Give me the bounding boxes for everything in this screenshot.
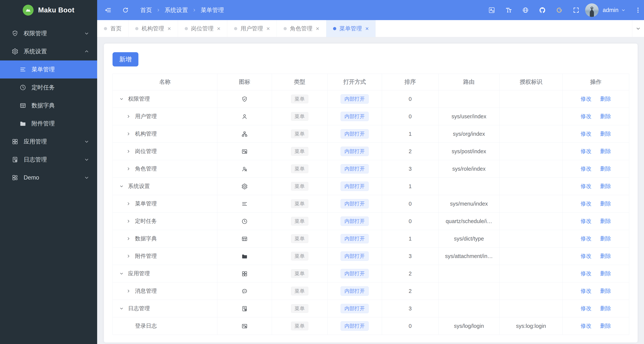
menu-fold-icon[interactable] — [105, 7, 112, 14]
app-logo[interactable]: Maku Boot — [0, 0, 97, 20]
caret-right-icon[interactable] — [126, 289, 135, 293]
edit-link[interactable]: 修改 — [580, 131, 592, 137]
delete-link[interactable]: 删除 — [600, 270, 611, 276]
delete-link[interactable]: 删除 — [600, 166, 611, 172]
caret-down-icon[interactable] — [119, 271, 128, 276]
delete-link[interactable]: 删除 — [600, 253, 611, 259]
avatar[interactable] — [585, 4, 598, 17]
chevron-down-icon — [636, 26, 641, 31]
edit-link[interactable]: 修改 — [580, 235, 592, 241]
sidebar-item[interactable]: 菜单管理 — [0, 61, 97, 79]
edit-link[interactable]: 修改 — [580, 270, 592, 276]
tab-list-dropdown[interactable] — [632, 20, 644, 37]
tab-close-icon[interactable]: × — [168, 26, 171, 32]
caret-right-icon[interactable] — [126, 219, 135, 224]
menu-name: 角色管理 — [135, 165, 157, 173]
tab[interactable]: 用户管理 × — [227, 20, 277, 37]
edit-link[interactable]: 修改 — [580, 148, 592, 154]
app-title: Maku Boot — [38, 6, 74, 14]
breadcrumb-item[interactable]: 系统设置 — [165, 6, 201, 14]
sidebar-item[interactable]: 权限管理 — [0, 25, 97, 43]
delete-link[interactable]: 删除 — [600, 131, 611, 137]
delete-link[interactable]: 删除 — [600, 148, 611, 154]
tab-close-icon[interactable]: × — [217, 26, 220, 32]
delete-link[interactable]: 删除 — [600, 96, 611, 102]
edit-link[interactable]: 修改 — [580, 201, 592, 207]
edit-link[interactable]: 修改 — [580, 305, 592, 311]
menu-name: 日志管理 — [128, 305, 150, 312]
edit-link[interactable]: 修改 — [580, 166, 592, 172]
delete-link[interactable]: 删除 — [600, 183, 611, 189]
caret-down-icon[interactable] — [119, 184, 128, 189]
menu-auth-cell — [500, 230, 562, 247]
delete-link[interactable]: 删除 — [600, 201, 611, 207]
github-icon[interactable] — [539, 7, 546, 14]
caret-right-icon[interactable] — [126, 114, 135, 119]
menu-route-cell — [438, 178, 500, 195]
menu-route-cell: sys/menu/index — [438, 195, 500, 213]
edit-link[interactable]: 修改 — [580, 253, 592, 259]
edit-link[interactable]: 修改 — [580, 183, 592, 189]
breadcrumb: 首页 系统设置 菜单管理 — [140, 6, 224, 14]
user-menu[interactable]: admin — [585, 4, 626, 17]
edit-link[interactable]: 修改 — [580, 96, 592, 102]
menu-icon-cell — [217, 195, 272, 213]
globe-icon[interactable] — [522, 7, 529, 14]
sidebar-item[interactable]: Demo — [0, 169, 97, 187]
tab[interactable]: 首页 — [97, 20, 128, 37]
delete-link[interactable]: 删除 — [600, 218, 611, 224]
menu-open-cell: 内部打开 — [328, 143, 382, 160]
edit-link[interactable]: 修改 — [580, 323, 592, 329]
sidebar-item[interactable]: 数据字典 — [0, 97, 97, 115]
chat-icon — [241, 288, 248, 294]
delete-link[interactable]: 删除 — [600, 113, 611, 119]
sidebar-item[interactable]: 系统设置 — [0, 43, 97, 61]
column-header: 排序 — [382, 74, 438, 90]
edit-link[interactable]: 修改 — [580, 218, 592, 224]
breadcrumb-separator-icon — [192, 8, 196, 12]
delete-link[interactable]: 删除 — [600, 235, 611, 241]
tab[interactable]: 角色管理 × — [277, 20, 326, 37]
sidebar-item[interactable]: 日志管理 — [0, 151, 97, 169]
delete-link[interactable]: 删除 — [600, 323, 611, 329]
menu-ops-cell: 修改 删除 — [562, 213, 629, 230]
refresh-icon[interactable] — [122, 7, 129, 13]
font-size-icon[interactable] — [505, 7, 512, 14]
caret-right-icon[interactable] — [126, 131, 135, 136]
table-row: 应用管理 菜单 内部打开 2 — [113, 265, 629, 282]
caret-down-icon[interactable] — [119, 306, 128, 311]
translate-icon[interactable] — [488, 7, 495, 14]
breadcrumb-item[interactable]: 首页 — [140, 6, 165, 14]
sidebar-item[interactable]: 定时任务 — [0, 79, 97, 97]
tab[interactable]: 机构管理 × — [128, 20, 178, 37]
fullscreen-icon[interactable] — [573, 7, 580, 14]
caret-down-icon[interactable] — [119, 97, 128, 101]
caret-right-icon[interactable] — [126, 254, 135, 259]
chevron-down-icon — [84, 157, 89, 162]
sidebar-item[interactable]: 附件管理 — [0, 115, 97, 133]
tab-close-icon[interactable]: × — [266, 26, 270, 32]
edit-link[interactable]: 修改 — [580, 113, 592, 119]
caret-right-icon[interactable] — [126, 236, 135, 241]
open-mode-tag: 内部打开 — [340, 251, 369, 261]
tab-close-icon[interactable]: × — [365, 26, 369, 32]
add-button[interactable]: 新增 — [112, 52, 138, 67]
gitee-icon[interactable] — [556, 7, 562, 14]
caret-right-icon[interactable] — [126, 149, 135, 154]
delete-link[interactable]: 删除 — [600, 288, 611, 294]
table-header-row: 名称图标类型打开方式排序路由授权标识操作 — [113, 74, 629, 90]
breadcrumb-item[interactable]: 菜单管理 — [201, 6, 224, 14]
tab-close-icon[interactable]: × — [316, 26, 319, 32]
table-row: 菜单管理 菜单 内部打开 0 — [113, 195, 629, 213]
tab[interactable]: 菜单管理 × — [326, 20, 376, 37]
tab[interactable]: 岗位管理 × — [178, 20, 228, 37]
caret-right-icon[interactable] — [126, 201, 135, 206]
open-mode-tag: 内部打开 — [340, 129, 369, 139]
edit-link[interactable]: 修改 — [580, 288, 592, 294]
more-menu[interactable] — [634, 7, 641, 14]
caret-right-icon[interactable] — [126, 166, 135, 171]
sidebar-item-label: 附件管理 — [32, 120, 55, 127]
delete-link[interactable]: 删除 — [600, 305, 611, 311]
tab-label: 岗位管理 — [191, 25, 214, 33]
sidebar-item[interactable]: 应用管理 — [0, 133, 97, 151]
